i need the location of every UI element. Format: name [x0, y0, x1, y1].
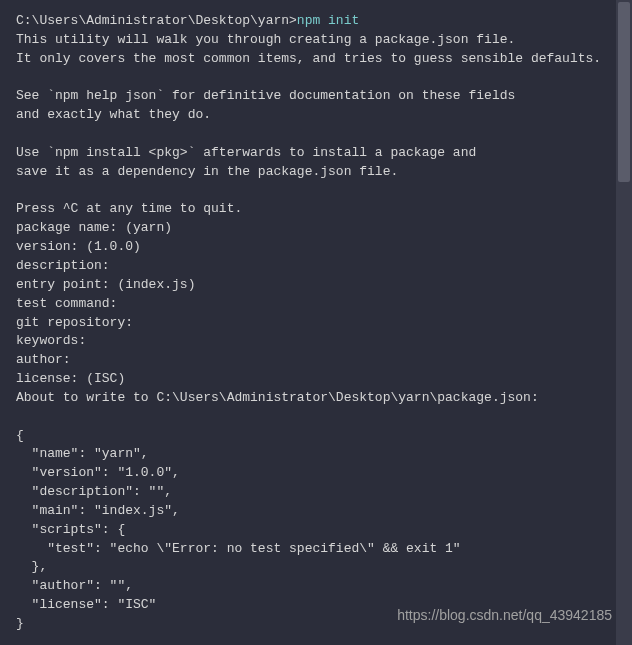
json-close: } — [16, 616, 24, 631]
prompt-keywords: keywords: — [16, 333, 86, 348]
prompt-test-command: test command: — [16, 296, 117, 311]
help-line-1: See `npm help json` for definitive docum… — [16, 88, 515, 103]
prompt-author: author: — [16, 352, 71, 367]
intro-line-1: This utility will walk you through creat… — [16, 32, 515, 47]
prompt-entry-point: entry point: (index.js) — [16, 277, 195, 292]
prompt-description: description: — [16, 258, 110, 273]
json-main: "main": "index.js", — [16, 503, 180, 518]
json-test: "test": "echo \"Error: no test specified… — [16, 541, 461, 556]
scrollbar-thumb[interactable] — [618, 2, 630, 182]
prompt-version: version: (1.0.0) — [16, 239, 141, 254]
scrollbar-track[interactable] — [616, 0, 632, 645]
prompt-git-repository: git repository: — [16, 315, 133, 330]
json-scripts-open: "scripts": { — [16, 522, 125, 537]
help-line-2: and exactly what they do. — [16, 107, 211, 122]
watermark-text: https://blog.csdn.net/qq_43942185 — [397, 605, 612, 625]
about-to-write: About to write to C:\Users\Administrator… — [16, 390, 539, 405]
prompt-path: C:\Users\Administrator\Desktop\yarn> — [16, 13, 297, 28]
intro-line-2: It only covers the most common items, an… — [16, 51, 601, 66]
terminal-output: C:\Users\Administrator\Desktop\yarn>npm … — [16, 12, 616, 645]
prompt-package-name: package name: (yarn) — [16, 220, 172, 235]
json-author: "author": "", — [16, 578, 133, 593]
install-line-1: Use `npm install <pkg>` afterwards to in… — [16, 145, 476, 160]
json-name: "name": "yarn", — [16, 446, 149, 461]
command-text: npm init — [297, 13, 359, 28]
json-license: "license": "ISC" — [16, 597, 156, 612]
json-version: "version": "1.0.0", — [16, 465, 180, 480]
install-line-2: save it as a dependency in the package.j… — [16, 164, 398, 179]
json-scripts-close: }, — [16, 559, 47, 574]
quit-line: Press ^C at any time to quit. — [16, 201, 242, 216]
json-open: { — [16, 428, 24, 443]
prompt-license: license: (ISC) — [16, 371, 125, 386]
json-description: "description": "", — [16, 484, 172, 499]
